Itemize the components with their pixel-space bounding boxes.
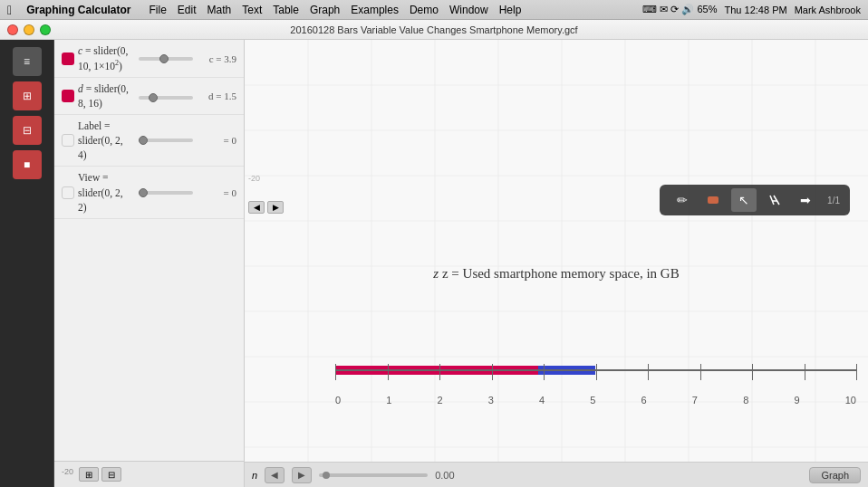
play-button[interactable]: ▶ xyxy=(292,467,312,483)
nav-right-button[interactable]: ▶ xyxy=(267,201,284,214)
page-count: 1/1 xyxy=(827,196,840,205)
label-3: 3 xyxy=(488,395,494,406)
select-tool[interactable]: ↖ xyxy=(731,188,757,212)
menu-edit[interactable]: Edit xyxy=(178,4,197,16)
zoom-in-button[interactable]: ⊞ xyxy=(79,467,99,482)
settings-icon[interactable]: ■ xyxy=(13,150,42,179)
text-tool[interactable] xyxy=(762,188,787,212)
tick-10 xyxy=(856,364,857,380)
main-container: ≡ ⊞ ⊟ ■ c = slider(0, 10, 1×102) c = 3.9… xyxy=(0,40,868,487)
nav-left-button[interactable]: ◀ xyxy=(248,201,265,214)
slider-c-track[interactable] xyxy=(139,57,193,61)
titlebar: 20160128 Bars Variable Value Changes Sma… xyxy=(0,20,868,40)
label-9: 9 xyxy=(794,395,799,406)
system-icons: ⌨ ✉ ⟳ 🔊 65% xyxy=(642,4,717,15)
menu-help[interactable]: Help xyxy=(499,4,522,16)
svg-line-20 xyxy=(774,196,779,205)
menu-table[interactable]: Table xyxy=(273,4,299,16)
graph-area[interactable]: z z = Used smartphone memory space, in G… xyxy=(245,40,868,487)
slider-d-value: d = 1.5 xyxy=(200,91,236,101)
apple-menu[interactable]:  xyxy=(7,3,12,17)
graph-button[interactable]: Graph xyxy=(809,467,861,483)
toolbar-overlay: ✏ ↖ ➡ 1/1 xyxy=(660,185,850,215)
animation-value: 0.00 xyxy=(435,470,467,481)
tick-4 xyxy=(544,364,545,380)
slider-view-definition[interactable]: View = slider(0, 2, 2) xyxy=(78,170,131,214)
zoom-out-button[interactable]: ⊟ xyxy=(101,467,121,482)
arrow-tool[interactable]: ➡ xyxy=(793,188,818,212)
menu-examples[interactable]: Examples xyxy=(351,4,399,16)
label-0: 0 xyxy=(335,395,341,406)
menu-graph[interactable]: Graph xyxy=(310,4,340,16)
color-dot-c xyxy=(62,53,74,65)
slider-view-track[interactable] xyxy=(139,191,193,195)
graph-equation-label: z z = Used smartphone memory space, in G… xyxy=(433,266,679,282)
slider-label-row: Label = slider(0, 2, 4) = 0 xyxy=(54,115,244,167)
slider-view-value: = 0 xyxy=(200,187,236,198)
svg-rect-18 xyxy=(708,196,719,204)
slider-d-definition[interactable]: d = slider(0, 8, 16) xyxy=(78,81,131,110)
menu-file[interactable]: File xyxy=(149,4,166,16)
label-2: 2 xyxy=(438,395,443,406)
label-8: 8 xyxy=(743,395,748,406)
window-title: 20160128 Bars Variable Value Changes Sma… xyxy=(290,24,577,35)
window-controls xyxy=(7,24,51,35)
bottom-bar: n ◀ ▶ 0.00 Graph xyxy=(245,462,868,487)
menu-window[interactable]: Window xyxy=(449,4,488,16)
menu-demo[interactable]: Demo xyxy=(410,4,439,16)
close-button[interactable] xyxy=(7,24,18,35)
label-4: 4 xyxy=(539,395,545,406)
color-dot-view xyxy=(62,186,74,199)
label-1: 1 xyxy=(386,395,391,406)
slider-c-row: c = slider(0, 10, 1×102) c = 3.9 xyxy=(54,40,244,78)
equations-panel: c = slider(0, 10, 1×102) c = 3.9 d = sli… xyxy=(54,40,245,487)
equations-icon[interactable]: ≡ xyxy=(13,47,42,76)
left-panel: ≡ ⊞ ⊟ ■ xyxy=(0,40,54,487)
table-icon[interactable]: ⊞ xyxy=(13,81,42,110)
slider-c-definition[interactable]: c = slider(0, 10, 1×102) xyxy=(78,43,131,73)
animation-slider[interactable] xyxy=(319,473,428,477)
slider-d-row: d = slider(0, 8, 16) d = 1.5 xyxy=(54,78,244,115)
axis-labels: 0 1 2 3 4 5 6 7 8 9 10 xyxy=(335,395,856,406)
tick-9 xyxy=(805,364,805,380)
minimize-button[interactable] xyxy=(24,24,34,35)
slider-d-track[interactable] xyxy=(139,96,193,100)
label-6: 6 xyxy=(641,395,647,406)
pencil-tool[interactable]: ✏ xyxy=(670,188,695,212)
color-dot-label xyxy=(62,134,74,147)
tick-6 xyxy=(648,364,649,380)
tick-1 xyxy=(388,364,389,380)
slider-view-row: View = slider(0, 2, 2) = 0 xyxy=(54,167,244,218)
slider-label-value: = 0 xyxy=(200,135,236,146)
crosshair-y: -20 xyxy=(248,174,260,183)
menu-text[interactable]: Text xyxy=(242,4,262,16)
maximize-button[interactable] xyxy=(40,24,51,35)
eq-panel-spacer xyxy=(54,219,244,461)
nav-buttons: ⊞ ⊟ xyxy=(79,467,121,482)
app-name[interactable]: Graphing Calculator xyxy=(26,4,130,16)
username: Mark Ashbrook xyxy=(795,5,861,15)
svg-line-19 xyxy=(770,196,774,205)
menu-math[interactable]: Math xyxy=(207,4,232,16)
menubar-right: ⌨ ✉ ⟳ 🔊 65% Thu 12:48 PM Mark Ashbrook xyxy=(642,4,861,15)
label-10: 10 xyxy=(845,395,856,406)
n-label: n xyxy=(252,470,257,481)
animation-slider-thumb[interactable] xyxy=(323,472,330,479)
clock: Thu 12:48 PM xyxy=(725,5,787,15)
tick-0 xyxy=(335,364,336,380)
tick-7 xyxy=(700,364,701,380)
slider-label-track[interactable] xyxy=(139,138,193,142)
play-back-button[interactable]: ◀ xyxy=(265,467,285,483)
tick-3 xyxy=(492,364,493,380)
y-axis-range: -20 xyxy=(62,467,73,482)
graph-grid xyxy=(245,40,868,487)
number-line xyxy=(335,357,856,393)
color-dot-d xyxy=(62,90,74,102)
slider-label-definition[interactable]: Label = slider(0, 2, 4) xyxy=(78,119,131,162)
eraser-tool[interactable] xyxy=(700,188,726,212)
grid-icon[interactable]: ⊟ xyxy=(13,116,42,145)
slider-c-value: c = 3.9 xyxy=(200,53,236,64)
number-line-area: 0 1 2 3 4 5 6 7 8 9 10 xyxy=(335,357,856,406)
tick-2 xyxy=(439,364,440,380)
tick-5 xyxy=(596,364,597,380)
